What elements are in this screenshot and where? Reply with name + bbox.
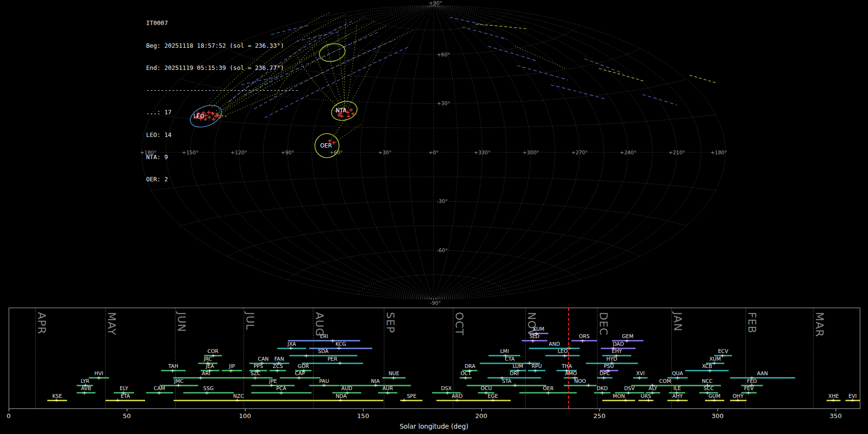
shower-peak-marker xyxy=(533,368,538,373)
meteor-marker xyxy=(349,108,353,112)
month-label: SEP xyxy=(384,312,396,333)
shower-peak-marker xyxy=(445,391,449,395)
obs-end-line: End: 20251119 05:15:39 (sol = 236.77°) xyxy=(146,64,298,71)
meteor-trail xyxy=(690,75,717,83)
x-axis: 050100150200250300350 xyxy=(9,409,859,422)
current-sol-line xyxy=(568,308,569,408)
meteor-trail xyxy=(344,18,346,107)
meteor-trail xyxy=(296,32,339,41)
month-label: JUN xyxy=(176,312,188,332)
shower-peak-marker xyxy=(253,376,257,380)
shower-peak-marker xyxy=(601,376,606,380)
shower-peak-marker xyxy=(297,376,301,380)
meteor-trail xyxy=(312,46,342,108)
pole-label-north: +90° xyxy=(429,0,442,6)
sky-map-aitoff: +180°+150°+120°+90°+60°+30°+0°+330°+300°… xyxy=(0,0,868,305)
shower-label: ERI xyxy=(320,333,328,339)
lon-label: +30° xyxy=(378,149,391,155)
shower-label: AND xyxy=(549,341,560,347)
shower-bar xyxy=(289,355,357,356)
month-label: APR xyxy=(36,312,48,335)
meteor-trail xyxy=(297,56,341,109)
shower-peak-marker xyxy=(600,391,605,395)
month-label: MAR xyxy=(814,312,826,337)
axis-tick-label: 0 xyxy=(7,412,11,420)
axis-tick-label: 100 xyxy=(239,412,251,420)
shower-peak-marker xyxy=(198,376,203,380)
meteor-trail xyxy=(347,24,357,107)
x-axis-title: Solar longitude (deg) xyxy=(0,422,868,430)
lat-label: -60° xyxy=(437,247,448,253)
shower-peak-marker xyxy=(170,368,175,373)
shower-peak-marker xyxy=(304,353,309,358)
meteor-trail xyxy=(338,31,345,106)
count-oer: OER: 2 xyxy=(146,176,298,183)
shower-label: CTA xyxy=(505,356,515,362)
sky-grid-meridian xyxy=(361,6,434,299)
count-leo: LEO: 14 xyxy=(146,131,298,138)
axis-tick-label: 50 xyxy=(123,412,131,420)
month-label: OCT xyxy=(453,312,465,336)
shower-peak-marker xyxy=(269,383,273,388)
shower-bar xyxy=(730,377,795,379)
shower-peak-marker xyxy=(391,376,395,380)
axis-tick-label: 250 xyxy=(594,412,606,420)
month-label: JAN xyxy=(672,312,684,332)
shower-bar xyxy=(638,400,653,401)
lon-label: +60° xyxy=(329,149,342,155)
shower-label: ETA xyxy=(121,393,130,399)
shower-peak-marker xyxy=(563,353,567,358)
shower-peak-marker xyxy=(385,391,390,395)
shower-peak-marker xyxy=(322,383,326,388)
shower-peak-marker xyxy=(676,376,680,380)
shower-peak-marker xyxy=(455,398,459,403)
axis-tick-label: 350 xyxy=(830,412,842,420)
shower-peak-marker xyxy=(624,398,628,403)
lon-label: +270° xyxy=(571,149,588,155)
month-label: MAY xyxy=(106,312,118,336)
shower-peak-marker xyxy=(720,353,725,358)
shower-peak-marker xyxy=(637,376,642,380)
pole-label-south: -90° xyxy=(430,300,441,305)
shower-peak-marker xyxy=(626,391,631,395)
axis-tick xyxy=(836,409,836,411)
radiant-label: NTA xyxy=(336,107,347,114)
shower-peak-marker xyxy=(676,398,680,403)
shower-peak-marker xyxy=(235,398,239,403)
count-nta: NTA: 9 xyxy=(146,153,298,161)
shower-peak-marker xyxy=(229,368,233,373)
shower-peak-marker xyxy=(402,398,407,403)
lat-label: +60° xyxy=(437,52,450,57)
shower-bar xyxy=(488,377,541,379)
meteor-trail xyxy=(515,46,565,68)
shower-peak-marker xyxy=(96,376,101,380)
shower-peak-marker xyxy=(546,391,550,395)
shower-peak-marker xyxy=(157,391,162,395)
sky-grid-parallel xyxy=(358,11,509,30)
shower-bar xyxy=(467,385,546,386)
info-divider: ----------------------------------------… xyxy=(146,86,298,94)
shower-peak-marker xyxy=(275,368,279,373)
shower-peak-marker xyxy=(624,339,629,343)
lon-label: +240° xyxy=(620,149,637,155)
lat-label: -30° xyxy=(437,198,448,204)
shower-peak-marker xyxy=(530,339,535,343)
meteor-trail xyxy=(348,41,383,108)
shower-peak-marker xyxy=(735,398,740,403)
shower-peak-marker xyxy=(491,398,495,403)
shower-peak-marker xyxy=(746,391,751,395)
shower-label: COM xyxy=(659,378,671,384)
meteor-trail xyxy=(517,66,568,80)
month-label: JUL xyxy=(244,312,256,330)
shower-peak-marker xyxy=(279,391,283,395)
axis-tick xyxy=(718,409,718,411)
shower-peak-marker xyxy=(116,398,120,403)
shower-label: SPE xyxy=(407,393,417,399)
lon-label: +210° xyxy=(669,149,685,155)
shower-peak-marker xyxy=(463,376,467,380)
shower-peak-marker xyxy=(712,398,717,403)
meteor-trail xyxy=(642,95,677,105)
shower-peak-marker xyxy=(331,339,335,343)
radiant-label: OER xyxy=(320,142,332,149)
shower-label: SDA xyxy=(318,348,328,354)
